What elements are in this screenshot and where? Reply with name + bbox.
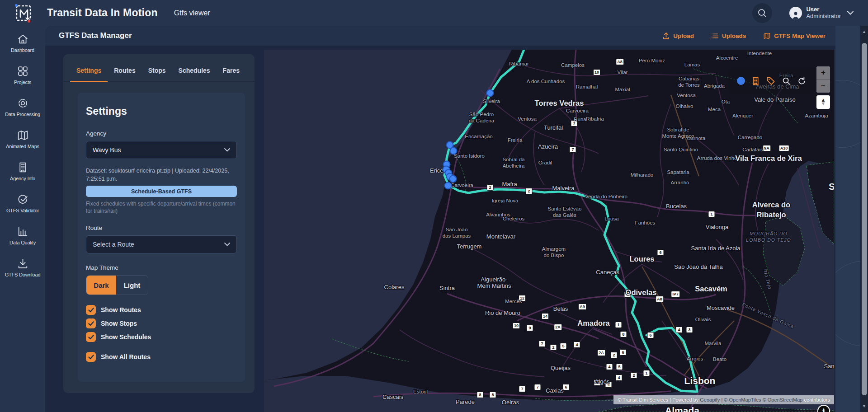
map-place-label: Almada — [665, 405, 699, 412]
map-place-label: Freiria — [508, 137, 523, 143]
sidebar-item-agency-info[interactable]: Agency Info — [0, 161, 45, 181]
refresh-icon[interactable] — [797, 77, 806, 85]
road-shield: 2A — [554, 324, 562, 330]
road-shield: 1 — [643, 370, 650, 376]
map-place-label: Mercês — [505, 299, 522, 304]
sidebar-item-projects[interactable]: Projects — [0, 65, 45, 85]
road-line — [698, 140, 739, 185]
map-place-label: Caneças — [596, 269, 619, 276]
map-place-label: Carvoeira — [566, 108, 589, 113]
agency-building-icon[interactable] — [752, 77, 760, 85]
map-place-label: São João — [446, 227, 468, 232]
attribution-link[interactable]: | © OpenMapTiles © OpenStreetMap — [720, 397, 804, 403]
page-scrollbar[interactable]: ▲ ▼ — [860, 26, 868, 412]
map-place-label: Santo Quintino — [664, 147, 698, 152]
checkbox-show-schedules[interactable]: Show Schedules — [86, 332, 237, 342]
route-tag-icon[interactable] — [766, 76, 775, 85]
map-place-label: Torres Vedras — [535, 99, 584, 108]
sidebar-item-data-processing[interactable]: Data Processing — [0, 97, 45, 117]
map-icon — [763, 32, 771, 40]
map-place-label: Bucelas — [666, 203, 687, 210]
road-shield: 1 — [708, 211, 715, 217]
sidebar-item-dashboard[interactable]: Dashboard — [0, 33, 45, 53]
map-theme-toggle: Dark Light — [86, 275, 148, 295]
map-place-label: Olhalvo — [676, 103, 693, 109]
scroll-up-arrow[interactable]: ▲ — [860, 29, 868, 34]
road-shield: IP7 — [671, 291, 680, 297]
map-theme-label: Map Theme — [86, 264, 237, 271]
map-place-label: Venda do Pinheiro — [585, 194, 627, 199]
road-line — [757, 86, 784, 140]
road-shield: 6 — [657, 249, 664, 256]
tab-fares[interactable]: Fares — [217, 67, 246, 81]
road-shield: 7 — [534, 384, 541, 390]
map-place-label: Beato — [713, 356, 726, 362]
road-shield: 5 — [616, 364, 623, 370]
map-place-label: Ramalhal — [576, 84, 598, 89]
page-header: GTFS Data Manager Upload Uploads GTFS Ma… — [45, 26, 835, 46]
agency-select[interactable]: Wavy Bus — [86, 141, 237, 159]
bar-chart-icon — [17, 225, 29, 238]
zoom-in-button[interactable]: + — [816, 66, 830, 80]
map-place-label: Pero Moniz — [639, 58, 665, 63]
scrollbar-thumb[interactable] — [862, 43, 867, 395]
download-icon — [17, 258, 29, 270]
gtfs-map[interactable]: RibamarCampelosPero MonizLamasIntendente… — [264, 50, 834, 412]
road-line — [755, 164, 769, 230]
attribution-link[interactable]: Geoapify — [700, 397, 720, 403]
road-line — [657, 104, 671, 217]
checkbox-show-routes[interactable]: Show Routes — [86, 305, 237, 315]
checkbox-icon — [86, 352, 96, 362]
tab-settings[interactable]: Settings — [70, 67, 108, 81]
search-button[interactable] — [752, 3, 772, 23]
theme-light-button[interactable]: Light — [116, 276, 148, 295]
compass-control[interactable]: ▲ ▼ — [816, 95, 830, 109]
stop-marker[interactable] — [449, 175, 457, 183]
map-place-label: São João da Talha — [674, 263, 722, 270]
map-place-label: Ribatejo — [756, 211, 786, 219]
route-select[interactable]: Select a Route — [86, 235, 237, 253]
map-place-label: LOMBO DO TEJO — [746, 237, 791, 243]
stop-marker[interactable] — [444, 182, 452, 190]
attribution-text: contributors — [804, 397, 830, 403]
map-place-label: Cascais — [382, 393, 403, 400]
map-place-label: Arranhó — [671, 180, 689, 185]
map-place-label: do Bispo — [544, 253, 564, 258]
sidebar-item-gtfs-validator[interactable]: GTFS Validator — [0, 193, 45, 213]
sidebar-item-gtfs-download[interactable]: GTFS Download — [0, 258, 45, 277]
home-icon — [17, 33, 29, 45]
chevron-down-icon — [224, 243, 230, 246]
checkbox-show-stops[interactable]: Show Stops — [86, 318, 237, 328]
map-place-label: Carvoeira — [451, 183, 473, 188]
map-place-label: Moscavide — [707, 304, 735, 311]
app-logo[interactable] — [14, 3, 34, 23]
road-shield: 5 — [560, 343, 567, 349]
map-place-label: Abrigada — [704, 83, 725, 89]
scroll-down-arrow[interactable]: ▼ — [860, 404, 868, 408]
tab-stops[interactable]: Stops — [142, 67, 172, 81]
gtfs-map-viewer-button[interactable]: GTFS Map Viewer — [763, 32, 826, 40]
stop-marker[interactable] — [486, 89, 494, 97]
checkbox-show-all-routes[interactable]: Show All Routes — [86, 352, 237, 362]
tab-schedules[interactable]: Schedules — [172, 67, 217, 81]
sidebar-item-data-quality[interactable]: Data Quality — [0, 225, 45, 245]
road-shield: 3 — [686, 327, 693, 333]
theme-dark-button[interactable]: Dark — [86, 276, 116, 295]
road-shield: 7 — [570, 146, 576, 153]
map-place-label: Ventosa — [518, 116, 537, 122]
zoom-out-button[interactable]: − — [816, 80, 830, 93]
checkbox-icon — [86, 305, 96, 315]
map-place-label: Fanhões — [635, 220, 656, 225]
stop-marker[interactable] — [450, 147, 458, 155]
map-place-label: Azueira — [538, 143, 558, 150]
uploads-button[interactable]: Uploads — [711, 32, 746, 40]
map-place-label: Alcoentre — [716, 55, 738, 61]
upload-button[interactable]: Upload — [662, 32, 694, 40]
user-menu[interactable]: User Administrator — [789, 6, 854, 20]
road-shield: 10 — [513, 323, 520, 329]
map-place-label: Milharado — [631, 172, 654, 178]
tab-routes[interactable]: Routes — [108, 67, 142, 81]
map-place-label: Colares — [384, 284, 405, 290]
search-icon[interactable] — [782, 77, 791, 85]
sidebar-item-animated-maps[interactable]: Animated Maps — [0, 129, 45, 149]
